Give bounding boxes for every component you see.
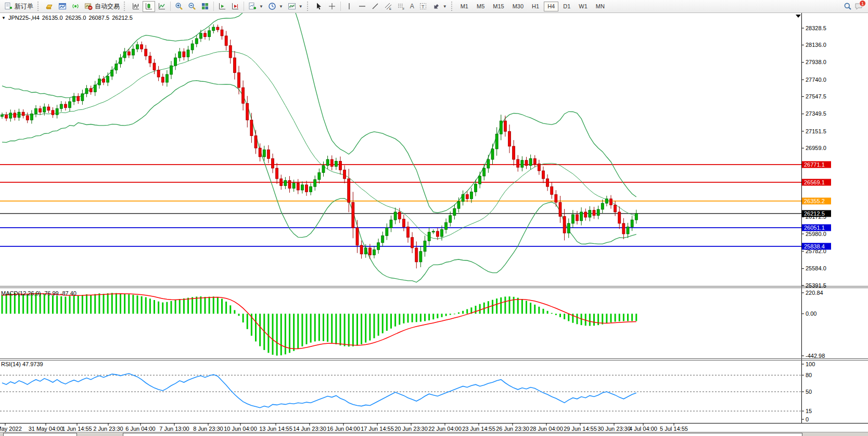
svg-text:17 Jun 14:55: 17 Jun 14:55	[361, 426, 394, 432]
svg-text:26 Jun 23:30: 26 Jun 23:30	[496, 426, 529, 432]
text-tool-glyph: A	[410, 3, 414, 10]
time-scale[interactable]: 29 May 202231 May 04:001 Jun 14:552 Jun …	[0, 423, 688, 432]
bottom-window-tab[interactable]	[3, 433, 77, 436]
svg-text:220.84: 220.84	[806, 290, 823, 296]
equidistant-channel-button[interactable]: E	[382, 1, 394, 12]
tile-windows-button[interactable]	[199, 1, 211, 12]
templates-button[interactable]: ▼	[286, 1, 305, 12]
bollinger-middle-band	[2, 52, 636, 239]
svg-text:28328.5: 28328.5	[806, 25, 826, 31]
new-order-icon	[4, 2, 12, 10]
zoom-out-button[interactable]	[186, 1, 198, 12]
dropdown-caret-icon: ▼	[299, 4, 303, 9]
text-label-button[interactable]: T	[417, 1, 429, 12]
svg-text:100: 100	[806, 361, 815, 367]
periods-button[interactable]: ▼	[266, 1, 285, 12]
tab-M15[interactable]: M15	[489, 2, 507, 11]
bar-chart-icon	[132, 2, 140, 10]
line-chart-button[interactable]	[156, 1, 168, 12]
svg-text:26959.0: 26959.0	[806, 145, 826, 151]
templates-icon	[288, 2, 296, 10]
horizontal-line-icon	[358, 2, 366, 10]
candlestick-chart-icon	[145, 2, 153, 10]
search-icon	[844, 2, 852, 10]
svg-text:50: 50	[806, 389, 812, 395]
rsi-pane	[0, 373, 801, 411]
bottom-window-tab[interactable]	[123, 433, 802, 436]
svg-text:T: T	[422, 4, 425, 9]
toolbar-drag-handle[interactable]	[307, 2, 311, 11]
toolbar-drag-handle[interactable]	[124, 2, 127, 11]
chart-canvas[interactable]: 28328.528136.027938.027740.027547.527349…	[0, 13, 868, 432]
tab-MN[interactable]: MN	[592, 2, 608, 11]
svg-text:27938.0: 27938.0	[806, 59, 826, 65]
macd-pane	[2, 293, 637, 356]
bottom-window-edge	[0, 432, 868, 436]
svg-text:7 Jun 13:00: 7 Jun 13:00	[159, 426, 189, 432]
chart-shift-button[interactable]	[229, 1, 241, 12]
chart-open-value: 26135.0	[42, 15, 63, 21]
svg-text:E: E	[389, 7, 391, 10]
svg-text:80: 80	[806, 372, 812, 378]
zoom-in-button[interactable]	[173, 1, 185, 12]
cursor-button[interactable]	[313, 1, 325, 12]
svg-text:6 Jun 04:00: 6 Jun 04:00	[125, 426, 156, 432]
svg-text:25391.5: 25391.5	[806, 282, 826, 289]
market-watch-button[interactable]	[43, 1, 56, 12]
tile-windows-icon	[201, 2, 209, 10]
candlestick-chart-button[interactable]	[143, 1, 155, 12]
signals-button[interactable]	[69, 1, 82, 12]
svg-text:5 Jul 14:55: 5 Jul 14:55	[660, 426, 688, 432]
svg-text:1 Jun 14:55: 1 Jun 14:55	[62, 426, 92, 432]
auto-trading-button[interactable]: 自动交易	[82, 1, 122, 12]
line-chart-icon	[158, 2, 166, 10]
svg-text:28 Jun 04:00: 28 Jun 04:00	[530, 426, 563, 432]
chart-shift-icon	[231, 2, 239, 10]
chat-button[interactable]: 1	[854, 2, 863, 10]
new-chart-window-button[interactable]	[56, 1, 69, 12]
svg-text:28136.0: 28136.0	[806, 42, 826, 48]
new-order-button[interactable]: 新订单	[2, 1, 35, 12]
zoom-out-icon	[188, 2, 196, 10]
candles	[1, 24, 638, 269]
tab-H4[interactable]: H4	[544, 2, 558, 11]
vertical-line-icon	[345, 2, 353, 10]
svg-text:25584.0: 25584.0	[806, 265, 826, 271]
tab-M1[interactable]: M1	[457, 2, 472, 11]
svg-text:29 May 2022: 29 May 2022	[0, 426, 22, 432]
svg-text:10 Jun 04:00: 10 Jun 04:00	[224, 426, 257, 432]
auto-trading-icon	[84, 2, 93, 10]
macd-histogram	[2, 293, 637, 356]
auto-scroll-button[interactable]	[216, 1, 228, 12]
tab-D1[interactable]: D1	[559, 2, 574, 11]
toolbar-drag-handle[interactable]	[37, 2, 41, 11]
tab-W1[interactable]: W1	[575, 2, 591, 11]
arrows-button[interactable]: ▼	[430, 1, 449, 12]
svg-text:13 Jun 14:55: 13 Jun 14:55	[259, 426, 292, 432]
crosshair-button[interactable]	[326, 1, 338, 12]
fibonacci-button[interactable]: F	[395, 1, 407, 12]
trend-line-button[interactable]	[369, 1, 381, 12]
horizontal-line-button[interactable]	[356, 1, 368, 12]
chart-low-value: 26087.5	[88, 15, 109, 21]
indicator-add-button[interactable]: ▼	[246, 1, 265, 12]
text-button[interactable]: A	[408, 1, 416, 12]
crosshair-icon	[328, 2, 336, 10]
tab-M30[interactable]: M30	[509, 2, 527, 11]
chart-header: ▼ JPN225-,H4 26135.0 26235.0 26087.5 262…	[2, 15, 133, 21]
equidistant-channel-icon: E	[384, 2, 392, 10]
svg-text:0.00: 0.00	[806, 310, 816, 317]
svg-text:22 Jun 04:00: 22 Jun 04:00	[428, 426, 462, 432]
price-scale[interactable]: 28328.528136.027938.027740.027547.527349…	[802, 25, 832, 422]
tab-H1[interactable]: H1	[528, 2, 543, 11]
bar-chart-button[interactable]	[130, 1, 142, 12]
vertical-line-button[interactable]	[343, 1, 355, 12]
toolbar-drag-handle[interactable]	[451, 2, 455, 11]
chart-menu-arrow-icon[interactable]: ▼	[2, 16, 6, 20]
svg-text:2 Jun 23:30: 2 Jun 23:30	[93, 426, 123, 432]
svg-text:8 Jun 23:30: 8 Jun 23:30	[193, 426, 223, 432]
search-button[interactable]	[841, 1, 854, 12]
tab-M5[interactable]: M5	[473, 2, 488, 11]
scale-marker-icon	[796, 15, 801, 18]
svg-text:26569.1: 26569.1	[804, 179, 825, 185]
